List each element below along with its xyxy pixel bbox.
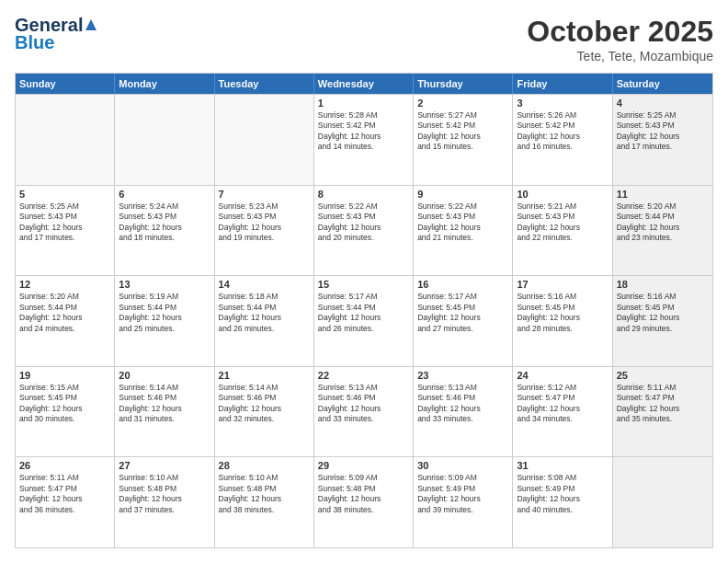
cell-info: Sunrise: 5:14 AM Sunset: 5:46 PM Dayligh… — [219, 383, 310, 425]
cell-info: Sunrise: 5:08 AM Sunset: 5:49 PM Dayligh… — [517, 473, 608, 515]
calendar-row-1: 5Sunrise: 5:25 AM Sunset: 5:43 PM Daylig… — [16, 185, 712, 276]
calendar-cell: 2Sunrise: 5:27 AM Sunset: 5:42 PM Daylig… — [414, 95, 513, 185]
svg-marker-0 — [85, 19, 97, 30]
day-number: 2 — [417, 98, 508, 109]
logo: General Blue — [15, 15, 97, 53]
cell-info: Sunrise: 5:16 AM Sunset: 5:45 PM Dayligh… — [617, 292, 709, 334]
day-number: 14 — [219, 279, 310, 290]
weekday-header-monday: Monday — [115, 74, 214, 94]
cell-info: Sunrise: 5:20 AM Sunset: 5:44 PM Dayligh… — [19, 292, 110, 334]
calendar-cell: 6Sunrise: 5:24 AM Sunset: 5:43 PM Daylig… — [115, 186, 214, 276]
calendar-cell: 19Sunrise: 5:15 AM Sunset: 5:45 PM Dayli… — [16, 367, 115, 457]
calendar-cell: 13Sunrise: 5:19 AM Sunset: 5:44 PM Dayli… — [115, 276, 214, 366]
calendar-cell: 14Sunrise: 5:18 AM Sunset: 5:44 PM Dayli… — [215, 276, 314, 366]
day-number: 16 — [417, 279, 508, 290]
day-number: 10 — [517, 189, 608, 200]
day-number: 12 — [19, 279, 110, 290]
calendar-cell: 20Sunrise: 5:14 AM Sunset: 5:46 PM Dayli… — [115, 367, 214, 457]
day-number: 15 — [318, 279, 409, 290]
calendar-cell: 7Sunrise: 5:23 AM Sunset: 5:43 PM Daylig… — [215, 186, 314, 276]
calendar-body: 1Sunrise: 5:28 AM Sunset: 5:42 PM Daylig… — [16, 94, 712, 547]
cell-info: Sunrise: 5:11 AM Sunset: 5:47 PM Dayligh… — [19, 473, 110, 515]
day-number: 20 — [119, 370, 210, 381]
cell-info: Sunrise: 5:16 AM Sunset: 5:45 PM Dayligh… — [517, 292, 608, 334]
day-number: 30 — [417, 460, 508, 471]
day-number: 5 — [19, 189, 110, 200]
cell-info: Sunrise: 5:13 AM Sunset: 5:46 PM Dayligh… — [417, 383, 508, 425]
weekday-header-sunday: Sunday — [16, 74, 115, 94]
calendar-cell: 27Sunrise: 5:10 AM Sunset: 5:48 PM Dayli… — [115, 457, 214, 547]
cell-info: Sunrise: 5:11 AM Sunset: 5:47 PM Dayligh… — [617, 383, 709, 425]
calendar-cell: 3Sunrise: 5:26 AM Sunset: 5:42 PM Daylig… — [513, 95, 612, 185]
weekday-header-saturday: Saturday — [613, 74, 712, 94]
calendar-cell: 15Sunrise: 5:17 AM Sunset: 5:44 PM Dayli… — [314, 276, 414, 366]
calendar-cell: 28Sunrise: 5:10 AM Sunset: 5:48 PM Dayli… — [215, 457, 314, 547]
calendar-cell — [613, 457, 712, 547]
month-title: October 2025 — [527, 15, 713, 49]
day-number: 24 — [517, 370, 608, 381]
page: General Blue October 2025 Tete, Tete, Mo… — [0, 0, 728, 563]
cell-info: Sunrise: 5:13 AM Sunset: 5:46 PM Dayligh… — [318, 383, 409, 425]
day-number: 28 — [219, 460, 310, 471]
calendar-cell: 21Sunrise: 5:14 AM Sunset: 5:46 PM Dayli… — [215, 367, 314, 457]
calendar-cell — [215, 95, 314, 185]
weekday-header-tuesday: Tuesday — [215, 74, 314, 94]
calendar-cell: 16Sunrise: 5:17 AM Sunset: 5:45 PM Dayli… — [414, 276, 513, 366]
cell-info: Sunrise: 5:23 AM Sunset: 5:43 PM Dayligh… — [219, 201, 310, 244]
cell-info: Sunrise: 5:15 AM Sunset: 5:45 PM Dayligh… — [19, 383, 110, 425]
cell-info: Sunrise: 5:17 AM Sunset: 5:45 PM Dayligh… — [417, 292, 508, 334]
cell-info: Sunrise: 5:25 AM Sunset: 5:43 PM Dayligh… — [19, 201, 110, 244]
day-number: 29 — [318, 460, 409, 471]
cell-info: Sunrise: 5:12 AM Sunset: 5:47 PM Dayligh… — [517, 383, 608, 425]
day-number: 26 — [19, 460, 110, 471]
day-number: 1 — [318, 98, 409, 109]
calendar-cell: 4Sunrise: 5:25 AM Sunset: 5:43 PM Daylig… — [613, 95, 712, 185]
calendar-cell — [16, 95, 115, 185]
calendar-cell: 8Sunrise: 5:22 AM Sunset: 5:43 PM Daylig… — [314, 186, 414, 276]
cell-info: Sunrise: 5:24 AM Sunset: 5:43 PM Dayligh… — [119, 201, 210, 244]
cell-info: Sunrise: 5:10 AM Sunset: 5:48 PM Dayligh… — [219, 473, 310, 515]
weekday-header-thursday: Thursday — [414, 74, 513, 94]
calendar-cell: 18Sunrise: 5:16 AM Sunset: 5:45 PM Dayli… — [613, 276, 712, 366]
cell-info: Sunrise: 5:21 AM Sunset: 5:43 PM Dayligh… — [517, 201, 608, 244]
day-number: 4 — [617, 98, 709, 109]
calendar-header: SundayMondayTuesdayWednesdayThursdayFrid… — [16, 74, 712, 94]
cell-info: Sunrise: 5:09 AM Sunset: 5:49 PM Dayligh… — [417, 473, 508, 515]
day-number: 6 — [119, 189, 210, 200]
day-number: 31 — [517, 460, 608, 471]
day-number: 3 — [517, 98, 608, 109]
day-number: 19 — [19, 370, 110, 381]
calendar-cell: 5Sunrise: 5:25 AM Sunset: 5:43 PM Daylig… — [16, 186, 115, 276]
calendar-cell: 10Sunrise: 5:21 AM Sunset: 5:43 PM Dayli… — [513, 186, 612, 276]
calendar-cell: 31Sunrise: 5:08 AM Sunset: 5:49 PM Dayli… — [513, 457, 612, 547]
calendar-row-4: 26Sunrise: 5:11 AM Sunset: 5:47 PM Dayli… — [16, 456, 712, 547]
day-number: 27 — [119, 460, 210, 471]
cell-info: Sunrise: 5:22 AM Sunset: 5:43 PM Dayligh… — [417, 201, 508, 244]
day-number: 11 — [617, 189, 709, 200]
day-number: 21 — [219, 370, 310, 381]
calendar-cell: 17Sunrise: 5:16 AM Sunset: 5:45 PM Dayli… — [513, 276, 612, 366]
logo-blue-text: Blue — [15, 32, 54, 53]
cell-info: Sunrise: 5:25 AM Sunset: 5:43 PM Dayligh… — [617, 110, 709, 153]
calendar-cell: 29Sunrise: 5:09 AM Sunset: 5:48 PM Dayli… — [314, 457, 414, 547]
day-number: 23 — [417, 370, 508, 381]
cell-info: Sunrise: 5:17 AM Sunset: 5:44 PM Dayligh… — [318, 292, 409, 334]
day-number: 25 — [617, 370, 709, 381]
day-number: 7 — [219, 189, 310, 200]
cell-info: Sunrise: 5:09 AM Sunset: 5:48 PM Dayligh… — [318, 473, 409, 515]
day-number: 18 — [617, 279, 709, 290]
day-number: 22 — [318, 370, 409, 381]
calendar-cell — [115, 95, 214, 185]
calendar-cell: 25Sunrise: 5:11 AM Sunset: 5:47 PM Dayli… — [613, 367, 712, 457]
cell-info: Sunrise: 5:10 AM Sunset: 5:48 PM Dayligh… — [119, 473, 210, 515]
cell-info: Sunrise: 5:26 AM Sunset: 5:42 PM Dayligh… — [517, 110, 608, 153]
calendar-cell: 26Sunrise: 5:11 AM Sunset: 5:47 PM Dayli… — [16, 457, 115, 547]
calendar-cell: 9Sunrise: 5:22 AM Sunset: 5:43 PM Daylig… — [414, 186, 513, 276]
title-block: October 2025 Tete, Tete, Mozambique — [527, 15, 713, 63]
calendar-row-2: 12Sunrise: 5:20 AM Sunset: 5:44 PM Dayli… — [16, 275, 712, 366]
cell-info: Sunrise: 5:14 AM Sunset: 5:46 PM Dayligh… — [119, 383, 210, 425]
day-number: 8 — [318, 189, 409, 200]
calendar-row-3: 19Sunrise: 5:15 AM Sunset: 5:45 PM Dayli… — [16, 366, 712, 457]
calendar-cell: 11Sunrise: 5:20 AM Sunset: 5:44 PM Dayli… — [613, 186, 712, 276]
cell-info: Sunrise: 5:28 AM Sunset: 5:42 PM Dayligh… — [318, 110, 409, 153]
